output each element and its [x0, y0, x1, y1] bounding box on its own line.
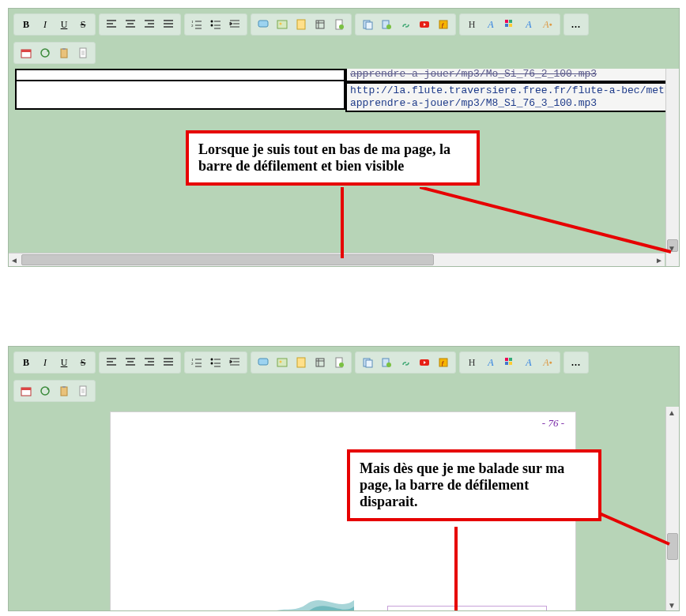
- scroll-up-arrow[interactable]: ▲: [666, 407, 677, 418]
- bg-color-icon[interactable]: A●: [539, 16, 556, 33]
- scroll-left-arrow[interactable]: ◄: [9, 254, 20, 265]
- clear-format-button[interactable]: H: [463, 16, 481, 33]
- svg-rect-48: [509, 358, 512, 361]
- underline-button[interactable]: U: [55, 354, 73, 371]
- refresh-icon[interactable]: [36, 382, 54, 400]
- annotation-line: [590, 509, 679, 557]
- svg-rect-23: [21, 50, 31, 52]
- content-box: [387, 606, 547, 610]
- svg-point-39: [339, 362, 344, 367]
- editing-canvas-top[interactable]: apprendre-a-jouer/mp3/Mo_Si_76_2_100.mp3…: [9, 69, 679, 266]
- indent-button[interactable]: [226, 16, 243, 33]
- font-color-icon[interactable]: A: [520, 16, 537, 33]
- note-icon[interactable]: [292, 354, 310, 371]
- table-cell-urls: apprendre-a-jouer/mp3/Mo_Si_76_2_100.mp3…: [345, 69, 679, 112]
- color-grid-icon[interactable]: [501, 16, 518, 33]
- svg-rect-12: [366, 22, 372, 29]
- svg-rect-50: [509, 362, 512, 365]
- paste-icon[interactable]: [378, 354, 395, 371]
- youtube-icon[interactable]: [416, 16, 433, 33]
- page-icon[interactable]: [330, 354, 348, 371]
- scroll-thumb[interactable]: [21, 254, 434, 265]
- bg-color-icon[interactable]: A●: [539, 354, 556, 371]
- align-group: [99, 13, 181, 36]
- image-icon[interactable]: [273, 16, 291, 33]
- page-icon[interactable]: [330, 16, 348, 33]
- align-right-button[interactable]: [141, 16, 158, 33]
- format-group: B I U S: [13, 13, 96, 36]
- style-group: H A A A●: [459, 13, 560, 36]
- svg-rect-5: [277, 21, 287, 28]
- strike-button[interactable]: S: [74, 354, 92, 371]
- unordered-list-button[interactable]: [207, 16, 224, 33]
- ordered-list-button[interactable]: 12: [188, 354, 205, 371]
- svg-rect-47: [505, 358, 508, 361]
- align-center-button[interactable]: [122, 16, 139, 33]
- url-line: http://la.flute.traversiere.free.fr/flut…: [350, 85, 679, 96]
- svg-point-14: [386, 24, 391, 29]
- scroll-down-arrow[interactable]: ▼: [666, 599, 677, 610]
- list-group: 12: [184, 13, 247, 36]
- align-left-button[interactable]: [103, 16, 120, 33]
- annotation-line: [454, 527, 458, 610]
- note-icon[interactable]: [292, 16, 310, 33]
- more-button[interactable]: ...: [567, 354, 585, 371]
- comment-icon[interactable]: [254, 16, 272, 33]
- template-icon[interactable]: [311, 16, 329, 33]
- svg-point-31: [211, 359, 213, 361]
- italic-button[interactable]: I: [36, 354, 54, 371]
- insert-group-2: ƒ: [355, 13, 456, 36]
- svg-rect-37: [316, 359, 324, 366]
- copy-icon[interactable]: [359, 16, 376, 33]
- font-color-icon[interactable]: A: [520, 354, 537, 371]
- comment-icon[interactable]: [254, 354, 272, 371]
- svg-rect-49: [505, 362, 508, 365]
- document-icon[interactable]: [74, 382, 92, 400]
- italic-button[interactable]: I: [36, 16, 54, 33]
- bold-button[interactable]: B: [17, 354, 35, 371]
- link-icon[interactable]: [397, 354, 414, 371]
- bold-button[interactable]: B: [17, 16, 35, 33]
- align-left-button[interactable]: [103, 354, 120, 371]
- svg-text:ƒ: ƒ: [441, 21, 445, 29]
- svg-line-57: [590, 509, 669, 544]
- align-center-button[interactable]: [122, 354, 139, 371]
- indent-button[interactable]: [226, 354, 243, 371]
- youtube-icon[interactable]: [416, 354, 433, 371]
- svg-rect-8: [316, 21, 324, 28]
- calendar-icon[interactable]: [17, 44, 35, 62]
- calendar-icon[interactable]: [17, 382, 35, 400]
- svg-point-2: [211, 21, 213, 23]
- align-right-button[interactable]: [141, 354, 158, 371]
- strike-button[interactable]: S: [74, 16, 92, 33]
- clear-format-button[interactable]: H: [463, 354, 481, 371]
- flash-icon[interactable]: ƒ: [435, 354, 452, 371]
- link-icon[interactable]: [397, 16, 414, 33]
- align-justify-button[interactable]: [160, 16, 177, 33]
- highlight-icon[interactable]: A: [482, 16, 499, 33]
- vertical-scrollbar[interactable]: ▲ ▼: [665, 407, 679, 610]
- paste-icon[interactable]: [378, 16, 395, 33]
- image-icon[interactable]: [273, 354, 291, 371]
- flash-icon[interactable]: ƒ: [435, 16, 452, 33]
- document-icon[interactable]: [74, 44, 92, 62]
- unordered-list-button[interactable]: [207, 354, 224, 371]
- copy-icon[interactable]: [359, 354, 376, 371]
- svg-rect-7: [297, 20, 305, 29]
- svg-rect-21: [509, 24, 512, 27]
- refresh-icon[interactable]: [36, 44, 54, 62]
- url-text: apprendre-a-jouer/mp3/Mo_Si_76_2_100.mp3: [347, 69, 679, 82]
- underline-button[interactable]: U: [55, 16, 73, 33]
- svg-rect-18: [505, 20, 508, 23]
- color-grid-icon[interactable]: [501, 354, 518, 371]
- clipboard-icon[interactable]: [55, 382, 73, 400]
- clipboard-icon[interactable]: [55, 44, 73, 62]
- template-icon[interactable]: [311, 354, 329, 371]
- more-button[interactable]: ...: [567, 16, 585, 33]
- watermark-graphic: [259, 592, 354, 610]
- annotation-callout-top: Lorsque je suis tout en bas de ma page, …: [186, 130, 480, 186]
- align-justify-button[interactable]: [160, 354, 177, 371]
- highlight-icon[interactable]: A: [482, 354, 499, 371]
- editing-canvas-bottom[interactable]: - 76 - Mais dès que je me balade sur ma …: [9, 407, 679, 610]
- ordered-list-button[interactable]: 12: [188, 16, 205, 33]
